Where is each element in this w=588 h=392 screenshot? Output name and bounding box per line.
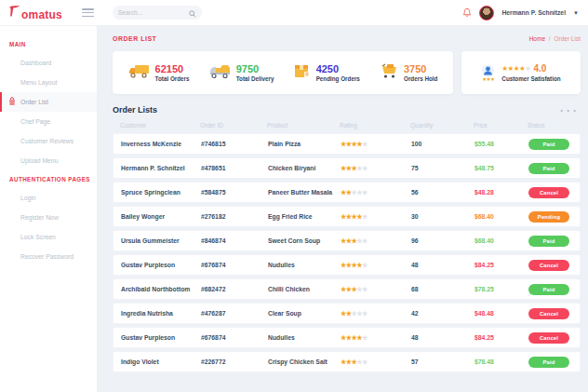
column-header-quantity: Quantity [410,122,474,128]
table-row[interactable]: Archibald Northbottom #682472 Chilli Chi… [113,278,581,300]
hamburger-menu-icon[interactable] [82,8,94,17]
cell-price: $55.48 [474,141,528,147]
table-row[interactable]: Hermann P. Schnitzel #478651 Chicken Bir… [113,157,581,179]
column-header-price: Price [474,122,528,128]
sidebar-item-recover-password[interactable]: Recover Password [0,247,97,266]
cell-price: $78.48 [474,358,528,365]
sidebar-item-menu-layout[interactable]: Menu Layout [0,73,97,92]
breadcrumb-separator: / [549,35,551,42]
stat-label: Orders Hold [404,75,437,82]
stat-label: Total Orders [155,75,190,82]
cell-price: $84.25 [474,262,528,268]
table-row[interactable]: Bailey Wonger #276182 Egg Fried Rice ★★★… [113,206,581,227]
table-row[interactable]: Ingredia Nutrisha #476287 Clear Soup ★★★… [113,303,581,324]
search-icon [189,5,196,21]
cell-product: Plain Pizza [268,141,341,147]
sidebar-item-chef-page[interactable]: Chef Page [0,112,97,131]
cell-price: $48.48 [474,310,528,317]
cell-customer: Bailey Wonger [121,213,201,220]
sidebar-item-label: Login [20,195,36,201]
more-options-icon[interactable]: • • • [560,106,581,115]
user-name[interactable]: Hermann P. Schnitzel [501,9,566,16]
cell-product: Paneer Butter Masala [268,189,341,196]
column-header-rating: Rating [340,122,410,128]
cell-rating-stars: ★★★★★ [341,237,411,245]
sidebar-item-label: Recover Password [20,253,74,260]
table-row[interactable]: Gustav Purpleson #676874 Nudulles ★★★★★ … [113,254,581,276]
cell-product: Sweet Corn Soup [268,237,341,244]
search-box[interactable] [113,6,202,20]
column-header-customer: Customer [120,122,200,128]
cell-order-id: #746815 [201,141,268,147]
cell-rating-stars: ★★★★★ [341,141,411,148]
sidebar-item-label: Order List [20,99,48,105]
sidebar-item-register-now[interactable]: Register Now [0,208,97,227]
table-row[interactable]: Inverness McKenzie #746815 Plain Pizza ★… [113,133,581,155]
search-input[interactable] [118,9,189,16]
sidebar-item-login[interactable]: Login [0,188,97,208]
cell-order-id: #226772 [201,358,268,365]
sidebar-item-customer-reviews[interactable]: Customer Reviews [0,131,97,151]
user-avatar[interactable] [479,6,494,20]
sidebar-item-label: Upload Menu [20,157,58,164]
stat-pending-orders: 4250 Pending Orders [294,63,360,83]
orders-table: Inverness McKenzie #746815 Plain Pizza ★… [113,133,581,372]
cell-customer: Indigo Violet [121,358,201,365]
chevron-down-icon[interactable]: ▼ [573,10,579,16]
table-row[interactable]: Spruce Springclean #584875 Paneer Butter… [113,182,581,203]
brand-name: omatus [21,8,62,21]
cell-customer: Gustav Purpleson [121,334,201,341]
sidebar-item-dashboard[interactable]: Dashboard [0,53,97,73]
stat-orders-hold: 3750 Orders Hold [380,63,437,83]
stat-value: 62150 [155,64,190,74]
cell-quantity: 100 [411,141,474,147]
cart-icon [380,63,399,83]
column-header-status: Status [528,122,581,128]
truck-icon [128,63,151,83]
column-header-order-id: Order ID [200,122,267,128]
cell-rating-stars: ★★★★★ [341,213,411,221]
sidebar-item-order-list[interactable]: Order List [0,92,97,112]
stat-value: 4250 [316,64,360,74]
cell-rating-stars: ★★★★★ [341,358,411,366]
table-row[interactable]: Indigo Violet #226772 Crispy Chicken Sal… [113,351,581,372]
bell-icon[interactable] [462,5,472,21]
cell-customer: Hermann P. Schnitzel [121,165,201,171]
status-badge: Cancel [528,260,569,271]
cell-quantity: 56 [411,189,474,196]
status-badge: Paid [528,284,569,295]
package-box-icon [294,63,312,83]
cell-order-id: #846874 [201,237,268,244]
table-row[interactable]: Gustav Purpleson #676874 Nudulles ★★★★★ … [113,327,581,348]
satisfaction-label: Customer Satisfation [501,75,560,82]
sidebar-item-lock-screen[interactable]: Lock Screen [0,227,97,247]
cell-rating-stars: ★★★★★ [341,310,411,318]
table-row[interactable]: Ursula Gummeister #846874 Sweet Corn Sou… [113,230,581,251]
cell-customer: Archibald Northbottom [121,286,201,292]
topbar: omatus Hermann P. Schnitzel ▼ [0,0,588,26]
cell-price: $84.25 [474,334,528,341]
cell-price: $68.40 [474,237,528,244]
satisfaction-stars: ★★★★★ [501,64,530,73]
page-title: ORDER LIST [113,35,156,42]
status-badge: Paid [528,357,569,368]
stats-card: 62150 Total Orders [113,51,453,94]
sidebar-item-label: Dashboard [20,60,51,66]
cell-order-id: #676874 [201,262,268,268]
cell-product: Chicken Biryani [268,165,341,171]
orders-header: Order Lists • • • [113,105,581,115]
brand-logo[interactable]: omatus [0,5,78,21]
main-content: ORDER LIST Home / Order List [98,26,588,392]
stat-total-orders: 62150 Total Orders [128,63,190,83]
sidebar-item-upload-menu[interactable]: Upload Menu [0,151,97,170]
sidebar-item-label: Register Now [20,214,59,221]
cell-quantity: 30 [411,213,474,220]
cell-price: $68.40 [474,213,528,220]
cell-order-id: #584875 [201,189,268,196]
cell-price: $78.25 [474,286,528,292]
stat-value: 3750 [404,64,437,74]
cell-product: Nudulles [268,334,341,341]
stat-label: Total Delivery [236,75,274,82]
status-badge: Pending [528,211,569,223]
breadcrumb-home-link[interactable]: Home [529,35,545,42]
